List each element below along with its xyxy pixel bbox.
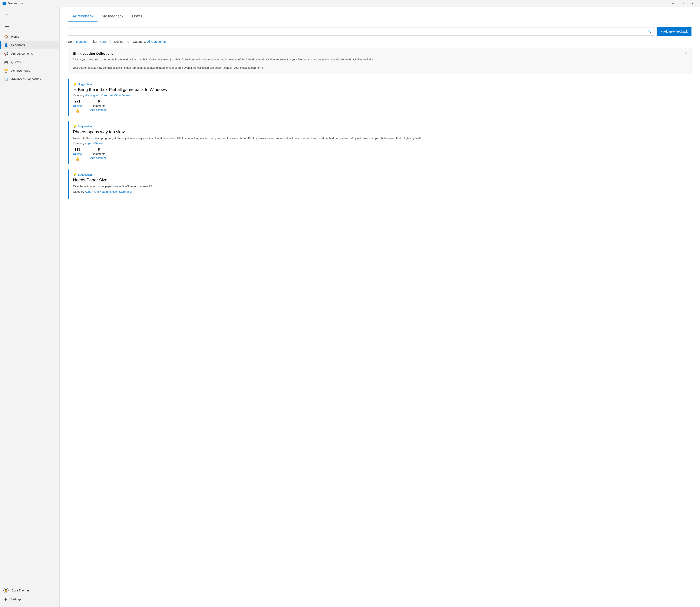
back-icon: ← [6,13,8,16]
search-input[interactable] [71,30,647,33]
app-layout: ← 🏠 Home 👤 Feedback 📢 Announcem [0,7,700,607]
feedback-category-photos: Category Apps > Photos [73,142,692,145]
feedback-desc-photos: I'm new to the insiders program yet I ha… [73,136,692,140]
upvote-stat-2: 119 Upvote 👍 [73,148,82,161]
avatar-initials: 🧑 [4,589,7,592]
upvote-icon-1[interactable]: 👍 [75,108,80,113]
category-arrow-2: > [92,142,94,145]
category-prefix-3: Category [73,190,84,193]
user-profile[interactable]: 🧑 Cora Thomas [0,586,59,595]
app-title: Feedback Hub [8,2,24,5]
achievements-icon: 🏆 [4,68,8,73]
sidebar-footer: 🧑 Cora Thomas ⚙ Settings [0,584,59,605]
notice-icon: 🖥 [73,52,76,55]
category-link1-1[interactable]: Gaming and Xbox [85,94,107,97]
notice-paragraph2: Your search results may contain collecti… [73,66,687,70]
notice-box: 🖥 Introducing Collections A lot of you a… [68,48,692,74]
add-comment-link-1[interactable]: Add comment [90,108,107,111]
category-arrow-1: > [108,94,110,97]
device-value[interactable]: PC [125,40,129,43]
upvote-label-2[interactable]: Upvote [73,152,82,155]
category-arrow-3: > [92,190,94,193]
settings-label: Settings [11,598,21,601]
category-link2-3[interactable]: OneNote (Microsoft Store app) [94,190,132,193]
tab-drafts[interactable]: Drafts [128,12,146,22]
feedback-type-label-1: Suggestion [78,83,92,86]
suggestion-icon-2: 💡 [73,125,77,128]
upvote-count-2: 119 [75,148,80,151]
comments-count-2: 8 [98,148,100,151]
upvote-stat-1: 271 Upvote 👍 [73,100,82,113]
device-label: Device: [114,40,124,43]
sidebar-item-announcements-label: Announcements [11,52,33,55]
category-filter: Category: All Categories [133,40,166,43]
filter-divider: | [110,40,111,43]
upvote-count-1: 271 [75,100,80,103]
sort-value[interactable]: Trending [76,40,87,43]
suggestion-icon-1: 💡 [73,83,77,86]
sidebar-item-quests[interactable]: 🎮 Quests [0,58,59,66]
avatar: 🧑 [3,588,8,593]
title-bar: Feedback Hub − □ ✕ [0,0,700,7]
category-prefix-2: Category [73,142,84,145]
feedback-desc-paper: Give the option to choose paper size in … [73,184,692,188]
sidebar-item-advanced-diagnostics[interactable]: 📊 Advanced Diagnostics [0,75,59,83]
add-comment-link-2[interactable]: Add comment [90,156,107,160]
sort-label: Sort: [68,40,75,43]
category-link1-2[interactable]: Apps [85,142,91,145]
add-feedback-button[interactable]: + Add new feedback [657,27,692,36]
feedback-type-photos: 💡 Suggestion [73,125,692,128]
tab-my-feedback[interactable]: My feedback [98,12,128,22]
feedback-type-label-3: Suggestion [78,173,92,176]
notice-title-text: Introducing Collections [78,52,113,55]
feedback-type-label-2: Suggestion [78,125,92,128]
feedback-title-photos: Photos opens way too slow [73,129,692,134]
feedback-icon: 👤 [4,43,8,47]
tab-all-feedback[interactable]: All feedback [68,12,98,22]
category-value[interactable]: All Categories [147,40,166,43]
sidebar-item-home[interactable]: 🏠 Home [0,32,59,41]
feedback-item-photos: 💡 Suggestion Photos opens way too slow I… [68,122,692,165]
upvote-icon-2[interactable]: 👍 [75,156,80,161]
filter-filter: Filter: None [91,40,106,43]
collection-icon-1: 🖥 [73,88,76,91]
sidebar-item-announcements[interactable]: 📢 Announcements [0,49,59,58]
sidebar-item-achievements-label: Achievements [11,69,30,72]
feedback-category-pinball: Category Gaming and Xbox > All Other Gam… [73,94,692,97]
comments-label-2: comments [93,152,105,155]
category-link2-2[interactable]: Photos [94,142,103,145]
filter-label: Filter: [91,40,98,43]
notice-close-button[interactable]: ✕ [683,50,689,56]
sidebar-item-home-label: Home [11,35,19,38]
sidebar-item-achievements[interactable]: 🏆 Achievements [0,66,59,75]
category-label: Category: [133,40,146,43]
feedback-actions-pinball: 271 Upvote 👍 6 comments Add comment [73,100,692,113]
diagnostics-icon: 📊 [4,77,8,81]
close-button[interactable]: ✕ [688,0,697,7]
category-link1-3[interactable]: Apps [85,190,91,193]
tab-all-feedback-label: All feedback [73,14,93,18]
tab-my-feedback-label: My feedback [102,14,123,18]
category-link2-1[interactable]: All Other Games [110,94,131,97]
hamburger-button[interactable] [3,21,11,29]
notice-title: 🖥 Introducing Collections [73,52,687,55]
sidebar-item-feedback-label: Feedback [11,43,25,47]
hamburger-icon [5,24,9,26]
app-icon [3,2,6,5]
title-bar-controls: − □ ✕ [668,0,697,7]
feedback-item-paper-size: 💡 Suggestion Needs Paper Size Give the o… [68,169,692,199]
sidebar-item-feedback[interactable]: 👤 Feedback [0,41,59,49]
upvote-label-1[interactable]: Upvote [73,104,82,107]
feedback-type-paper: 💡 Suggestion [73,173,692,176]
notice-close-icon: ✕ [684,51,687,56]
filter-value[interactable]: None [99,40,106,43]
maximize-button[interactable]: □ [678,0,688,7]
settings-item[interactable]: ⚙ Settings [0,595,59,604]
back-button[interactable]: ← [3,10,11,18]
feedback-item-pinball: 💡 Suggestion 🖥 Bring the in-box Pinball … [68,79,692,116]
quests-icon: 🎮 [4,60,8,64]
notice-paragraph1: A lot of you asked us to merge duplicate… [73,58,687,62]
add-feedback-label: + Add new feedback [661,30,688,33]
sidebar-top: ← [0,8,59,32]
minimize-button[interactable]: − [668,0,678,7]
